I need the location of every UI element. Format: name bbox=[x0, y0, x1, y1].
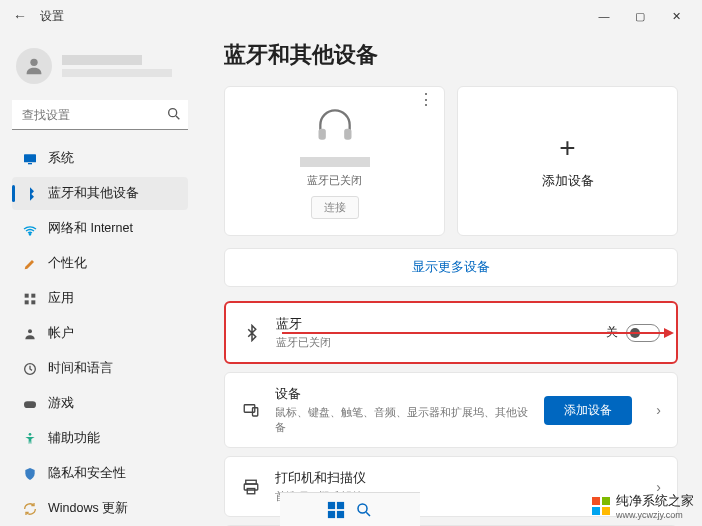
clock-icon bbox=[22, 361, 38, 377]
close-button[interactable]: ✕ bbox=[666, 6, 686, 26]
svg-point-5 bbox=[29, 233, 30, 234]
device-status: 蓝牙已关闭 bbox=[307, 173, 362, 188]
svg-point-10 bbox=[28, 329, 32, 333]
sidebar-item-bluetooth[interactable]: 蓝牙和其他设备 bbox=[12, 177, 188, 210]
sidebar: 系统 蓝牙和其他设备 网络和 Internet 个性化 应用 bbox=[0, 32, 200, 526]
show-more-devices[interactable]: 显示更多设备 bbox=[224, 248, 678, 287]
svg-point-0 bbox=[30, 59, 37, 66]
network-icon bbox=[22, 221, 38, 237]
chevron-right-icon: › bbox=[656, 402, 661, 418]
add-device-card[interactable]: + 添加设备 bbox=[457, 86, 678, 236]
shield-icon bbox=[22, 466, 38, 482]
nav-label: 蓝牙和其他设备 bbox=[48, 185, 139, 202]
chevron-right-icon: › bbox=[656, 479, 661, 495]
sidebar-item-privacy[interactable]: 隐私和安全性 bbox=[12, 457, 188, 490]
avatar bbox=[16, 48, 52, 84]
svg-rect-12 bbox=[24, 401, 36, 408]
nav: 系统 蓝牙和其他设备 网络和 Internet 个性化 应用 bbox=[12, 142, 188, 525]
card-menu-icon[interactable]: ⋮ bbox=[418, 95, 434, 105]
nav-label: 个性化 bbox=[48, 255, 87, 272]
sidebar-item-apps[interactable]: 应用 bbox=[12, 282, 188, 315]
svg-point-13 bbox=[29, 433, 32, 436]
maximize-button[interactable]: ▢ bbox=[630, 6, 650, 26]
sidebar-item-accessibility[interactable]: 辅助功能 bbox=[12, 422, 188, 455]
titlebar: ← 设置 — ▢ ✕ bbox=[0, 0, 702, 32]
search-icon bbox=[166, 106, 182, 122]
nav-label: Windows 更新 bbox=[48, 500, 128, 517]
bluetooth-sub: 蓝牙已关闭 bbox=[276, 335, 592, 350]
svg-rect-16 bbox=[244, 405, 255, 413]
main-content: 蓝牙和其他设备 ⋮ 蓝牙已关闭 连接 + 添加设备 显示更多设备 bbox=[200, 32, 702, 526]
paired-device-card[interactable]: ⋮ 蓝牙已关闭 连接 bbox=[224, 86, 445, 236]
devices-icon bbox=[241, 400, 261, 420]
user-text bbox=[62, 55, 172, 77]
nav-label: 系统 bbox=[48, 150, 74, 167]
add-device-label: 添加设备 bbox=[542, 172, 594, 190]
sidebar-item-personalization[interactable]: 个性化 bbox=[12, 247, 188, 280]
bluetooth-toggle[interactable] bbox=[626, 324, 660, 342]
svg-rect-7 bbox=[31, 293, 35, 297]
paintbrush-icon bbox=[22, 256, 38, 272]
accessibility-icon bbox=[22, 431, 38, 447]
nav-label: 隐私和安全性 bbox=[48, 465, 126, 482]
user-profile[interactable] bbox=[12, 40, 188, 100]
svg-rect-15 bbox=[344, 129, 351, 140]
sidebar-item-accounts[interactable]: 帐户 bbox=[12, 317, 188, 350]
nav-label: 时间和语言 bbox=[48, 360, 113, 377]
plus-icon: + bbox=[559, 132, 575, 164]
sidebar-item-system[interactable]: 系统 bbox=[12, 142, 188, 175]
svg-rect-3 bbox=[24, 154, 36, 162]
printers-row[interactable]: 打印机和扫描仪 首选项、疑难解答 › bbox=[224, 456, 678, 517]
sidebar-item-gaming[interactable]: 游戏 bbox=[12, 387, 188, 420]
accounts-icon bbox=[22, 326, 38, 342]
svg-point-1 bbox=[169, 109, 177, 117]
add-device-button[interactable]: 添加设备 bbox=[544, 396, 632, 425]
printers-sub: 首选项、疑难解答 bbox=[275, 489, 632, 504]
headphones-icon bbox=[313, 103, 357, 147]
update-icon bbox=[22, 501, 38, 517]
nav-label: 网络和 Internet bbox=[48, 220, 133, 237]
nav-label: 应用 bbox=[48, 290, 74, 307]
bluetooth-title: 蓝牙 bbox=[276, 315, 592, 333]
devices-title: 设备 bbox=[275, 385, 530, 403]
printers-title: 打印机和扫描仪 bbox=[275, 469, 632, 487]
minimize-button[interactable]: — bbox=[594, 6, 614, 26]
connect-button[interactable]: 连接 bbox=[311, 196, 359, 219]
gaming-icon bbox=[22, 396, 38, 412]
toggle-state-label: 关 bbox=[606, 324, 618, 341]
svg-rect-14 bbox=[318, 129, 325, 140]
bluetooth-icon bbox=[242, 323, 262, 343]
svg-rect-4 bbox=[28, 163, 32, 164]
svg-line-2 bbox=[176, 116, 179, 119]
sidebar-item-update[interactable]: Windows 更新 bbox=[12, 492, 188, 525]
app-title: 设置 bbox=[40, 8, 64, 25]
bluetooth-icon bbox=[22, 186, 38, 202]
nav-label: 辅助功能 bbox=[48, 430, 100, 447]
devices-row[interactable]: 设备 鼠标、键盘、触笔、音频、显示器和扩展坞、其他设备 添加设备 › bbox=[224, 372, 678, 448]
svg-rect-9 bbox=[31, 300, 35, 304]
nav-label: 帐户 bbox=[48, 325, 74, 342]
device-name-redacted bbox=[300, 157, 370, 167]
bluetooth-toggle-row: 蓝牙 蓝牙已关闭 关 bbox=[224, 301, 678, 364]
svg-rect-6 bbox=[25, 293, 29, 297]
svg-rect-20 bbox=[247, 488, 255, 493]
nav-label: 游戏 bbox=[48, 395, 74, 412]
page-title: 蓝牙和其他设备 bbox=[224, 40, 678, 70]
search-input[interactable] bbox=[12, 100, 188, 130]
sidebar-item-network[interactable]: 网络和 Internet bbox=[12, 212, 188, 245]
devices-sub: 鼠标、键盘、触笔、音频、显示器和扩展坞、其他设备 bbox=[275, 405, 530, 435]
back-button[interactable]: ← bbox=[8, 4, 32, 28]
printer-icon bbox=[241, 477, 261, 497]
sidebar-item-time[interactable]: 时间和语言 bbox=[12, 352, 188, 385]
apps-icon bbox=[22, 291, 38, 307]
system-icon bbox=[22, 151, 38, 167]
svg-rect-8 bbox=[25, 300, 29, 304]
